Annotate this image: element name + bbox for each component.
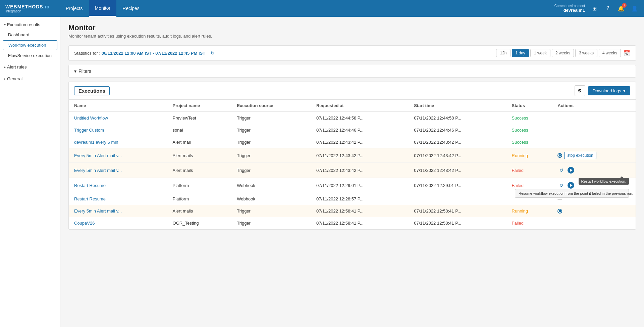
user-icon[interactable]: 👤	[631, 4, 639, 12]
workflow-link[interactable]: Restart Resume	[74, 183, 106, 188]
workflow-link[interactable]: Trigger Custom	[74, 128, 104, 133]
env-name: devrealm1	[564, 8, 585, 13]
workflow-link[interactable]: Every 5min Alert mail v...	[74, 208, 122, 214]
sidebar-item-workflow[interactable]: Workflow execution	[3, 40, 57, 50]
time-1day[interactable]: 1 day	[512, 49, 529, 57]
cell-status: Running	[506, 148, 552, 163]
play-resume-button[interactable]	[568, 182, 574, 189]
main-content: Monitor Monitor tenant activities using …	[60, 17, 644, 327]
help-icon[interactable]: ?	[604, 4, 612, 12]
calendar-icon[interactable]: 📅	[624, 50, 630, 56]
resume-tooltip: Resume workflow execution from the point…	[515, 189, 629, 198]
col-requested: Requested at	[311, 100, 409, 112]
action-cell: ↺ Restart workflow execution. Resume wor…	[557, 166, 630, 174]
logo-text: WEBMETHODS.io	[5, 4, 50, 9]
table-row: devrealm1 every 5 min Alert mail Trigger…	[69, 136, 636, 148]
col-source: Execution source	[231, 100, 311, 112]
sidebar-execution-results[interactable]: ▾ Execution results	[0, 19, 60, 30]
cell-name: Restart Resume	[69, 178, 167, 193]
chevron-down-icon: ▾	[4, 23, 6, 27]
cell-source: Webhook	[231, 193, 311, 205]
filters-label: Filters	[78, 68, 91, 74]
download-logs-button[interactable]: Download logs ▾	[588, 86, 630, 95]
cell-actions	[552, 124, 636, 136]
cell-status: Success	[506, 136, 552, 148]
cell-source: Trigger	[231, 112, 311, 124]
cell-name: Restart Resume	[69, 193, 167, 205]
stats-bar: Statistics for : 06/11/2022 12:00 AM IST…	[68, 45, 636, 61]
stop-execution-button[interactable]: stop execution	[564, 152, 596, 159]
filters-header[interactable]: ▾ Filters	[74, 68, 630, 74]
stats-label: Statistics for : 06/11/2022 12:00 AM IST…	[74, 51, 205, 56]
header-actions: ⚙ Download logs ▾	[575, 85, 630, 96]
time-2weeks[interactable]: 2 weeks	[552, 49, 574, 57]
play-resume-button[interactable]	[568, 167, 574, 174]
time-12h[interactable]: 12h	[496, 49, 510, 57]
filters-section: ▾ Filters	[68, 65, 636, 78]
table-row: CoupaV26 OGR_Testing Trigger 07/11/2022 …	[69, 217, 636, 229]
workflow-link[interactable]: Restart Resume	[74, 196, 106, 201]
cell-requested: 07/11/2022 12:43:42 P...	[311, 148, 409, 163]
workflow-link[interactable]: Every 5min Alert mail v...	[74, 153, 122, 158]
sidebar-item-dashboard[interactable]: Dashboard	[0, 30, 60, 40]
sidebar: ▾ Execution results Dashboard Workflow e…	[0, 17, 60, 327]
nav-right: Current environment devrealm1 ⊞ ? 🔔 1 👤	[554, 4, 639, 13]
cell-name: CoupaV26	[69, 217, 167, 229]
time-3weeks[interactable]: 3 weeks	[575, 49, 597, 57]
grid-icon[interactable]: ⊞	[590, 4, 598, 12]
cell-project: Alert mails	[167, 148, 232, 163]
cell-requested: 07/11/2022 12:29:01 P...	[311, 178, 409, 193]
notification-icon[interactable]: 🔔 1	[617, 4, 625, 12]
cell-requested: 07/11/2022 12:58:41 P...	[311, 205, 409, 217]
sidebar-execution-label: Execution results	[7, 22, 40, 27]
cell-start: 07/11/2022 12:29:01 P...	[409, 178, 506, 193]
table-row: Every 5min Alert mail v... Alert mails T…	[69, 205, 636, 217]
sidebar-alert-rules[interactable]: ▸ Alert rules	[0, 62, 60, 72]
env-label: Current environment	[554, 4, 585, 8]
sidebar-general[interactable]: ▸ General	[0, 74, 60, 84]
table-row: Every 5min Alert mail v... Alert mails T…	[69, 148, 636, 163]
executions-section: Executions ⚙ Download logs ▾ Name Projec…	[68, 82, 636, 230]
chevron-right-icon: ▸	[4, 65, 6, 69]
nav-monitor[interactable]: Monitor	[89, 0, 117, 17]
cell-requested: 07/11/2022 12:28:57 P...	[311, 193, 409, 205]
workflow-link[interactable]: CoupaV26	[74, 221, 95, 226]
table-header-row: Name Project name Execution source Reque…	[69, 100, 636, 112]
action-cell: ↺	[557, 181, 630, 189]
cell-start: 07/11/2022 12:44:46 P...	[409, 124, 506, 136]
notification-badge: 1	[622, 3, 627, 8]
cell-source: Trigger	[231, 136, 311, 148]
stop-label: stop execution	[567, 153, 593, 158]
nav-recipes[interactable]: Recipes	[116, 0, 146, 17]
cell-project: Alert mails	[167, 163, 232, 178]
cell-actions	[552, 136, 636, 148]
cell-requested: 07/11/2022 12:58:41 P...	[311, 217, 409, 229]
restart-button[interactable]: ↺	[557, 181, 566, 189]
cell-name: Untitled Workflow	[69, 112, 167, 124]
cell-actions	[552, 217, 636, 229]
chevron-right-icon-2: ▸	[4, 77, 6, 81]
cell-status: Success	[506, 112, 552, 124]
nav-projects[interactable]: Projects	[60, 0, 89, 17]
col-start: Start time	[409, 100, 506, 112]
sidebar-section-alert: ▸ Alert rules	[0, 62, 60, 72]
workflow-link[interactable]: Untitled Workflow	[74, 115, 108, 121]
cell-status: Running	[506, 205, 552, 217]
cell-start: 07/11/2022 12:58:41 P...	[409, 217, 506, 229]
restart-button[interactable]: ↺	[557, 166, 566, 174]
workflow-link[interactable]: Every 5min Alert mail v...	[74, 168, 122, 173]
workflow-link[interactable]: devrealm1 every 5 min	[74, 140, 118, 145]
sidebar-alert-label: Alert rules	[7, 64, 27, 69]
stop-circle-icon	[557, 209, 562, 214]
time-4weeks[interactable]: 4 weeks	[599, 49, 621, 57]
cell-status: Success	[506, 124, 552, 136]
cell-project: Alert mails	[167, 205, 232, 217]
cell-source: Webhook	[231, 178, 311, 193]
cell-project: PreviewTest	[167, 112, 232, 124]
refresh-icon[interactable]: ↻	[211, 50, 215, 56]
settings-button[interactable]: ⚙	[575, 85, 585, 96]
top-nav: WEBMETHODS.io Integration Projects Monit…	[0, 0, 644, 17]
sidebar-item-flowservice[interactable]: FlowService execution	[0, 51, 60, 60]
time-1week[interactable]: 1 week	[530, 49, 550, 57]
sidebar-general-label: General	[7, 76, 22, 81]
